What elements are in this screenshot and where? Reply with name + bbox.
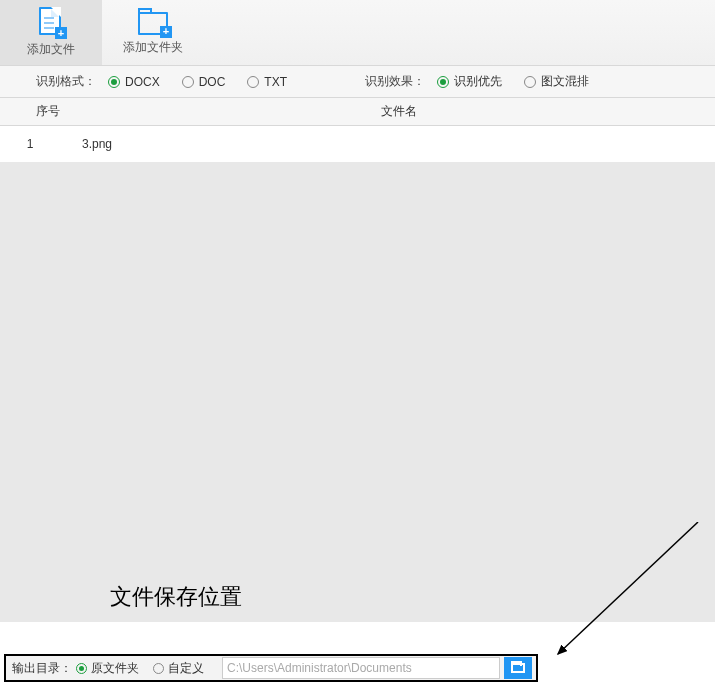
output-original-radio[interactable]: 原文件夹 (76, 660, 139, 677)
file-name: 3.png (60, 137, 112, 151)
output-custom-radio[interactable]: 自定义 (153, 660, 204, 677)
output-label: 输出目录： (12, 660, 72, 677)
annotation-file-save-location: 文件保存位置 (110, 582, 242, 612)
add-file-button[interactable]: + 添加文件 (0, 0, 102, 65)
annotation-arrow-icon (548, 522, 708, 672)
file-row[interactable]: 1 3.png (0, 126, 715, 162)
effect-priority-radio[interactable]: 识别优先 (437, 73, 502, 90)
format-doc-radio[interactable]: DOC (182, 75, 226, 89)
browse-button[interactable] (504, 657, 532, 679)
format-docx-radio[interactable]: DOCX (108, 75, 160, 89)
column-seq: 序号 (0, 103, 82, 120)
add-folder-button[interactable]: + 添加文件夹 (102, 0, 204, 65)
add-file-icon: + (39, 7, 63, 37)
format-txt-radio[interactable]: TXT (247, 75, 287, 89)
add-folder-label: 添加文件夹 (123, 39, 183, 56)
file-seq: 1 (0, 137, 60, 151)
output-dir-bar: 输出目录： 原文件夹 自定义 C:\Users\Administrator\Do… (4, 654, 538, 682)
output-path-input[interactable]: C:\Users\Administrator\Documents (222, 657, 500, 679)
toolbar: + 添加文件 + 添加文件夹 (0, 0, 715, 66)
format-label: 识别格式： (36, 73, 96, 90)
effect-label: 识别效果： (365, 73, 425, 90)
column-filename: 文件名 (82, 103, 715, 120)
file-list-header: 序号 文件名 (0, 98, 715, 126)
add-file-label: 添加文件 (27, 41, 75, 58)
svg-line-0 (558, 522, 698, 654)
effect-mixed-radio[interactable]: 图文混排 (524, 73, 589, 90)
options-bar: 识别格式： DOCX DOC TXT 识别效果： 识别优先 图文混排 (0, 66, 715, 98)
file-list: 1 3.png (0, 126, 715, 162)
add-folder-icon: + (138, 10, 168, 35)
folder-icon (511, 663, 525, 673)
